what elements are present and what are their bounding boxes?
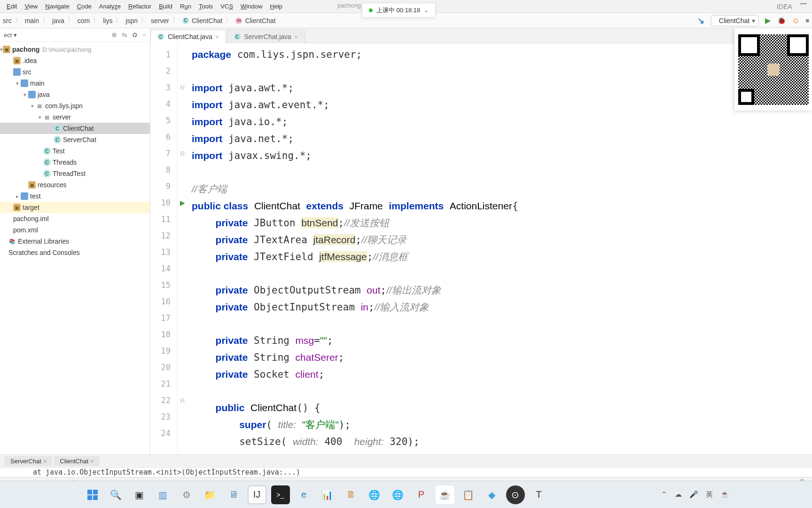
tree-item-scratches-and-consoles[interactable]: Scratches and Consoles [0, 247, 150, 258]
collapse-icon[interactable]: ⇆ [122, 31, 127, 39]
tree-item-src[interactable]: src [0, 66, 150, 78]
run-tab-clientchat[interactable]: ClientChat × [54, 456, 99, 466]
close-tab-icon[interactable]: × [294, 33, 298, 40]
java-icon[interactable]: ☕ [436, 485, 454, 504]
run-output-line: at java.io.ObjectInputStream.<init>(Obje… [0, 468, 812, 477]
crumb-java[interactable]: java [52, 17, 64, 24]
tree-item-main[interactable]: ▾main [0, 78, 150, 89]
tree-item-external-libraries[interactable]: 📚External Libraries [0, 236, 150, 247]
code-editor[interactable]: package com.liys.jspn.server; import jav… [187, 43, 812, 454]
tree-item-com-liys-jspn[interactable]: ▾▦com.liys.jspn [0, 100, 150, 111]
chrome-icon[interactable]: 🌐 [365, 485, 384, 504]
tree-item-target[interactable]: ▣target [0, 202, 150, 213]
menu-code[interactable]: Code [73, 3, 95, 10]
tray-chevron-icon[interactable]: ⌃ [661, 490, 667, 499]
crumb-com[interactable]: com [78, 17, 90, 24]
method-icon: m [235, 17, 242, 24]
run-tab-serverchat[interactable]: ServerChat × [5, 456, 52, 466]
stop-button[interactable]: ■ [805, 17, 809, 24]
terminal-icon[interactable]: >_ [271, 485, 290, 504]
tree-item-serverchat[interactable]: CServerChat [0, 134, 150, 145]
locate-icon[interactable]: ⊕ [111, 31, 117, 39]
debug-button[interactable]: 🐞 [777, 16, 786, 25]
tree-item-pachong-iml[interactable]: pachong.iml [0, 213, 150, 224]
breadcrumb[interactable]: src〉 main〉 java〉 com〉 liys〉 jspn〉 server… [3, 16, 276, 25]
titlebar-project: pachong [334, 2, 365, 9]
window-minimize-button[interactable]: − [800, 1, 807, 6]
tab-clientchat[interactable]: C ClientChat.java × [150, 30, 226, 43]
chrome-icon-2[interactable]: 🌐 [389, 485, 407, 504]
run-coverage-button[interactable]: ⊙ [793, 16, 799, 25]
obs-icon[interactable]: ⊙ [506, 485, 525, 504]
notepad-icon[interactable]: 📋 [459, 485, 478, 504]
explorer-icon[interactable]: 📁 [201, 485, 219, 504]
tree-item-threadtest[interactable]: CThreadTest [0, 168, 150, 179]
project-view-dropdown[interactable]: ect ▾ [4, 32, 17, 39]
crumb-jspn[interactable]: jspn [125, 17, 138, 24]
hide-icon[interactable]: − [142, 31, 146, 39]
qr-code-icon [738, 34, 809, 105]
crumb-src[interactable]: src [3, 17, 12, 24]
run-button[interactable]: ▶ [765, 16, 771, 25]
menu-view[interactable]: View [21, 3, 41, 10]
meeting-status-pill[interactable]: 上课中 00:18:18 ⌄ [362, 3, 436, 18]
close-icon[interactable]: × [43, 458, 47, 465]
tray-ime-icon[interactable]: 英 [706, 490, 713, 499]
menu-tools[interactable]: Tools [195, 3, 217, 10]
folder-icon: ▣ [3, 46, 10, 53]
menu-navigate[interactable]: Navigate [41, 3, 73, 10]
editor-fold-column[interactable]: ⊟⊟▶⊟ [178, 43, 187, 454]
intellij-icon[interactable]: IJ [248, 485, 266, 504]
settings-app-icon[interactable]: 🖥 [224, 485, 243, 504]
settings-icon[interactable]: ✿ [132, 31, 138, 39]
project-tree[interactable]: ▾▣ pachong D:\music\pachong ▣.ideasrc▾ma… [0, 42, 150, 454]
close-tab-icon[interactable]: × [215, 33, 219, 40]
task-view-icon[interactable]: ▣ [130, 485, 149, 504]
text-icon[interactable]: T [530, 485, 548, 504]
tree-item-resources[interactable]: ▣resources [0, 179, 150, 190]
crumb-method[interactable]: ClientChat [245, 17, 275, 24]
tree-project-root[interactable]: ▾▣ pachong D:\music\pachong [0, 44, 150, 55]
tree-item-server[interactable]: ▾▦server [0, 111, 150, 123]
calc-icon[interactable]: 🗎 [342, 485, 360, 504]
search-taskbar-icon[interactable]: 🔍 [107, 485, 125, 504]
menu-vcs[interactable]: VCS [217, 3, 237, 10]
start-button[interactable] [83, 485, 102, 504]
menu-analyze[interactable]: Analyze [95, 3, 125, 10]
recording-indicator-icon [369, 8, 373, 12]
tree-item-pom-xml[interactable]: pom.xml [0, 224, 150, 236]
run-configuration-dropdown[interactable]: ClientChat [711, 15, 758, 26]
menu-edit[interactable]: Edit [3, 3, 21, 10]
tab-serverchat[interactable]: C ServerChat.java × [227, 30, 305, 43]
menu-window[interactable]: Window [237, 3, 266, 10]
tree-item-test[interactable]: CTest [0, 145, 150, 157]
crumb-liys[interactable]: liys [103, 17, 112, 24]
app-icon-blue[interactable]: ◆ [483, 485, 501, 504]
crumb-main[interactable]: main [25, 17, 39, 24]
crumb-server[interactable]: server [151, 17, 169, 24]
chevron-down-icon[interactable]: ⌄ [424, 7, 429, 14]
tray-mic-icon[interactable]: 🎤 [689, 490, 698, 499]
class-icon: C [157, 33, 164, 40]
excel-icon[interactable]: 📊 [318, 485, 337, 504]
tree-item-java[interactable]: ▾java [0, 89, 150, 100]
close-icon[interactable]: × [90, 458, 94, 465]
tray-java-icon[interactable]: ☕ [720, 490, 729, 499]
build-icon[interactable]: ↘ [697, 16, 704, 26]
crumb-class[interactable]: ClientChat [192, 17, 222, 24]
editor-gutter[interactable]: 123456789101112131415161718192021222324 [150, 43, 178, 454]
tree-item-clientchat[interactable]: CClientChat [0, 123, 150, 134]
tree-item-threads[interactable]: CThreads [0, 157, 150, 168]
menu-run[interactable]: Run [176, 3, 195, 10]
powerpoint-icon[interactable]: P [412, 485, 431, 504]
app-icon[interactable]: ⚙ [177, 485, 196, 504]
menu-refactor[interactable]: Refactor [125, 3, 155, 10]
qr-code-overlay[interactable] [734, 28, 812, 111]
widgets-icon[interactable]: ▥ [154, 485, 172, 504]
menu-build[interactable]: Build [155, 3, 176, 10]
tree-item-test[interactable]: ▸test [0, 190, 150, 202]
tree-item--idea[interactable]: ▣.idea [0, 55, 150, 66]
menu-help[interactable]: Help [266, 3, 286, 10]
tray-onedrive-icon[interactable]: ☁ [675, 490, 682, 499]
edge-icon[interactable]: e [295, 485, 313, 504]
